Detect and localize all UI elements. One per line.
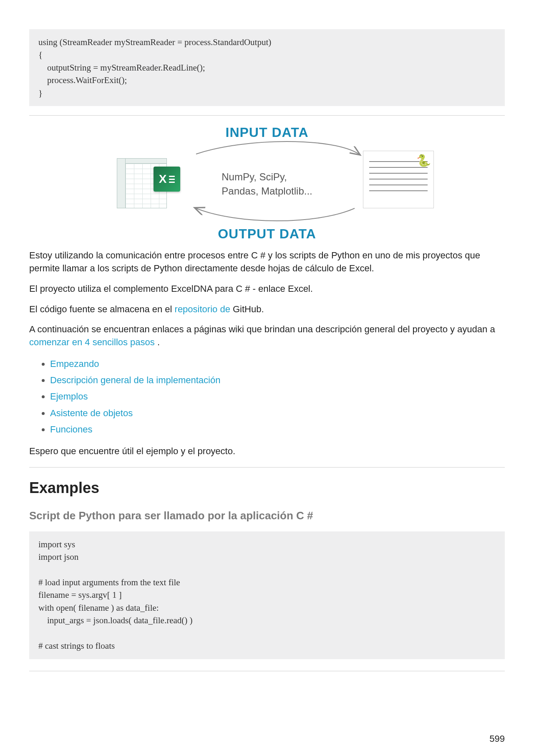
list-item: Empezando <box>50 357 505 371</box>
link-getting-started[interactable]: Empezando <box>50 359 99 369</box>
wiki-links-list: Empezando Descripción general de la impl… <box>29 357 505 437</box>
diagram-arrows-icon <box>100 125 434 242</box>
paragraph-1: Estoy utilizando la comunicación entre p… <box>29 249 505 275</box>
link-getting-started-steps[interactable]: comenzar en 4 sencillos pasos <box>29 337 155 347</box>
link-implementation-overview[interactable]: Descripción general de la implementación <box>50 375 220 385</box>
para4-post: . <box>155 337 160 347</box>
document-page: using (StreamReader myStreamReader = pro… <box>0 0 534 756</box>
list-item: Funciones <box>50 422 505 437</box>
link-functions[interactable]: Funciones <box>50 424 93 435</box>
examples-heading: Examples <box>29 479 505 497</box>
list-item: Descripción general de la implementación <box>50 373 505 387</box>
paragraph-2: El proyecto utiliza el complemento Excel… <box>29 283 505 296</box>
separator <box>29 115 505 116</box>
link-repository[interactable]: repositorio de <box>175 304 230 314</box>
list-item: Ejemplos <box>50 389 505 404</box>
separator-bottom <box>29 671 505 671</box>
paragraph-5: Espero que encuentre útil el ejemplo y e… <box>29 445 505 458</box>
para3-pre: El código fuente se almacena en el <box>29 304 175 314</box>
paragraph-3: El código fuente se almacena en el repos… <box>29 303 505 316</box>
diagram: INPUT DATA X NumPy, SciPy, Pandas, Matpl… <box>100 125 434 242</box>
link-object-wizard[interactable]: Asistente de objetos <box>50 408 133 418</box>
examples-subheading: Script de Python para ser llamado por la… <box>29 509 505 522</box>
separator <box>29 467 505 468</box>
para4-pre: A continuación se encuentran enlaces a p… <box>29 324 495 334</box>
list-item: Asistente de objetos <box>50 406 505 420</box>
diagram-output-label: OUTPUT DATA <box>218 226 316 242</box>
link-examples[interactable]: Ejemplos <box>50 391 88 402</box>
code-block-csharp: using (StreamReader myStreamReader = pro… <box>29 29 505 106</box>
page-number: 599 <box>489 733 505 744</box>
paragraph-4: A continuación se encuentran enlaces a p… <box>29 323 505 349</box>
code-block-python: import sys import json # load input argu… <box>29 531 505 659</box>
para3-post: GitHub. <box>230 304 264 314</box>
